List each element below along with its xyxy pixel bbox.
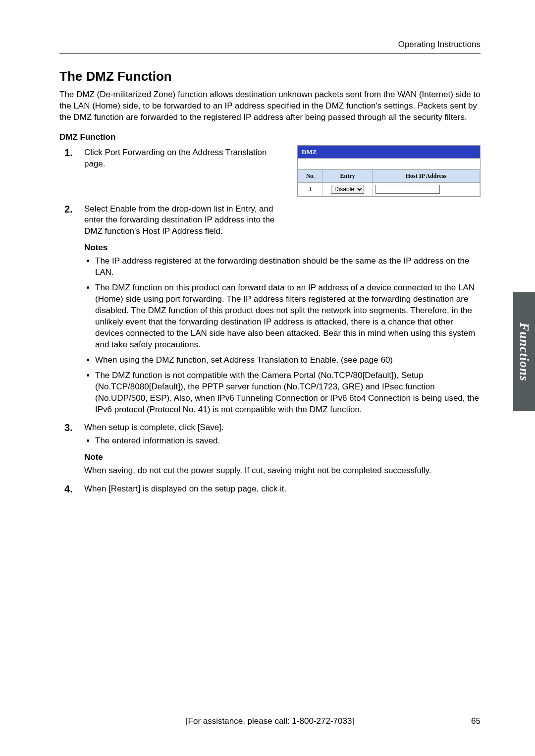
- dmz-row-entry-cell: Disable: [323, 182, 373, 196]
- dmz-col-host: Host IP Address: [373, 170, 480, 182]
- step-3-bullets: The entered information is saved.: [84, 435, 481, 447]
- dmz-widget: DMZ No. Entry Host IP Address 1 D: [297, 145, 481, 197]
- note-item: The IP address registered at the forward…: [95, 256, 481, 278]
- step-1-text: Click Port Forwarding on the Address Tra…: [84, 147, 287, 170]
- footer-page-number: 65: [471, 716, 481, 726]
- dmz-col-entry: Entry: [323, 170, 373, 182]
- step-1: Click Port Forwarding on the Address Tra…: [59, 147, 481, 197]
- section-intro: The DMZ (De-militarized Zone) function a…: [59, 89, 481, 123]
- header-doc-title: Operating Instructions: [59, 40, 481, 54]
- dmz-col-no: No.: [298, 170, 323, 182]
- note-item: The DMZ function is not compatible with …: [95, 370, 481, 416]
- step-3-text: When setup is complete, click [Save].: [84, 422, 481, 433]
- note-item: When using the DMZ function, set Address…: [95, 355, 481, 366]
- step-4-text: When [Restart] is displayed on the setup…: [84, 484, 292, 495]
- step-3: When setup is complete, click [Save]. Th…: [59, 422, 481, 477]
- dmz-table: No. Entry Host IP Address 1 Disable: [298, 169, 480, 196]
- dmz-host-ip-input[interactable]: [375, 185, 440, 194]
- steps-list: Click Port Forwarding on the Address Tra…: [59, 147, 481, 495]
- dmz-row-host-cell: [373, 182, 480, 196]
- step-2-text: Select Enable from the drop-down list in…: [84, 204, 292, 238]
- step-2-notes-list: The IP address registered at the forward…: [84, 256, 481, 415]
- side-tab-functions: Functions: [513, 292, 535, 411]
- dmz-entry-select[interactable]: Disable: [331, 185, 364, 194]
- dmz-widget-title: DMZ: [298, 146, 480, 159]
- dmz-widget-spacer: [298, 159, 480, 169]
- step-3-note-head: Note: [84, 452, 481, 463]
- dmz-row-no: 1: [298, 182, 323, 196]
- note-item: The DMZ function on this product can for…: [95, 282, 481, 351]
- section-subhead: DMZ Function: [59, 132, 481, 142]
- step-2: Select Enable from the drop-down list in…: [59, 204, 481, 416]
- footer-assist: [For assistance, please call: 1-800-272-…: [186, 716, 354, 726]
- page-footer: [For assistance, please call: 1-800-272-…: [59, 716, 481, 726]
- section-title: The DMZ Function: [59, 69, 481, 84]
- step-3-bullet: The entered information is saved.: [95, 435, 481, 447]
- step-3-note-text: When saving, do not cut the power supply…: [84, 465, 481, 477]
- step-4: When [Restart] is displayed on the setup…: [59, 484, 481, 495]
- dmz-row-1: 1 Disable: [298, 182, 480, 196]
- step-2-notes-head: Notes: [84, 242, 481, 254]
- document-page: Operating Instructions The DMZ Function …: [0, 0, 535, 756]
